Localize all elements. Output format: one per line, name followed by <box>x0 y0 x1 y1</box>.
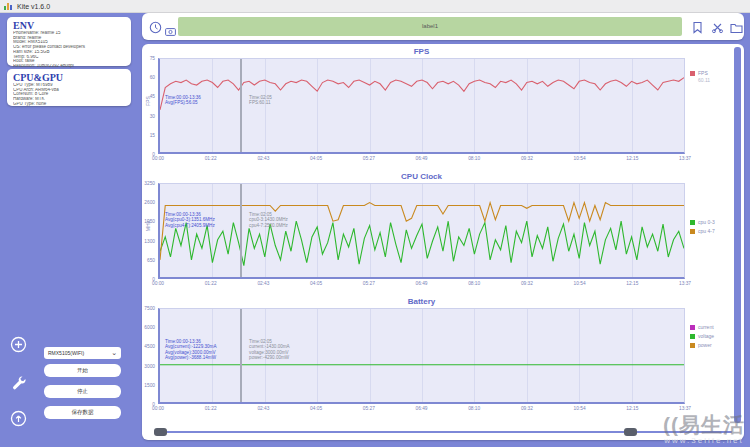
slider-track[interactable] <box>160 431 732 433</box>
x-tick-label: 02:43 <box>257 156 269 161</box>
app-icon <box>4 2 13 10</box>
x-axis: 00:0001:2202:4304:0505:2706:4908:1009:32… <box>158 406 685 414</box>
legend-swatch <box>690 220 695 225</box>
x-tick-label: 01:22 <box>205 156 217 161</box>
x-tick-label: 09:32 <box>521 156 533 161</box>
info-line: Resolution: 1080x2392 480dpi <box>13 64 125 69</box>
device-select-value: RMX5105(WIFI) <box>48 350 84 356</box>
y-tick-label: 6000 <box>144 325 155 330</box>
cursor-line <box>240 309 242 402</box>
chart-title: Battery <box>158 297 685 306</box>
x-tick-label: 05:27 <box>363 156 375 161</box>
tooltip-line: FPS:60.11 <box>249 100 272 105</box>
legend-swatch <box>690 343 695 348</box>
application-window: Kite v1.6.0 ENV PhoneName: realme 15Bran… <box>0 0 750 447</box>
window-title: Kite v1.6.0 <box>17 3 50 10</box>
legend-label: voltage <box>698 333 714 339</box>
slider-handle-right[interactable] <box>624 428 637 436</box>
x-axis: 00:0001:2202:4304:0505:2706:4908:1009:32… <box>158 281 685 289</box>
legend-item[interactable]: cpu 4-7 <box>690 228 734 234</box>
slider-handle-left[interactable] <box>154 428 167 436</box>
cpu-gpu-info-list: CPU Type: MT6989CPU Arch: ARM64-v8aCoreN… <box>13 83 125 107</box>
y-tick-label: 3250 <box>144 181 155 186</box>
start-button[interactable]: 开始 <box>44 364 121 377</box>
charts-panel: FPS FPS 75604530150 Time:00:00-13:36Avg(… <box>142 44 744 440</box>
y-tick-label: 1300 <box>144 238 155 243</box>
label-field[interactable]: label1 <box>178 17 682 36</box>
cursor-tooltip: Time:02:05current:-1430.00mAvoltage:3000… <box>249 339 290 361</box>
chart-legend: cpu 0-3cpu 4-7 <box>690 219 734 237</box>
y-axis: 32502600195013006500 <box>142 183 156 279</box>
time-range-slider <box>142 426 744 438</box>
legend-swatch <box>690 71 695 76</box>
y-tick-label: 75 <box>150 56 155 61</box>
x-tick-label: 06:49 <box>415 281 427 286</box>
vertical-scrollbar[interactable] <box>734 47 741 423</box>
y-tick-label: 4500 <box>144 344 155 349</box>
y-axis: 75604530150 <box>142 58 156 154</box>
y-tick-label: 1500 <box>144 382 155 387</box>
plot-area[interactable]: Time:00:00-13:36Avg(current):-1229.30mAA… <box>158 308 685 404</box>
cpu-clock-chart: CPU Clock MHz 32502600195013006500 Time:… <box>142 171 732 296</box>
cpu-gpu-panel-title: CPU&GPU <box>13 72 125 83</box>
x-tick-label: 08:10 <box>468 281 480 286</box>
legend-label: cpu 0-3 <box>698 219 715 225</box>
avg-tooltip: Time:00:00-13:36Avg(cpu0-3):1351.6MHzAvg… <box>165 212 215 228</box>
x-tick-label: 00:00 <box>152 281 164 286</box>
x-tick-label: 01:22 <box>205 281 217 286</box>
avg-tooltip: Time:00:00-13:36Avg(FPS):56.05 <box>165 95 201 106</box>
save-data-button[interactable]: 保存数据 <box>44 406 121 419</box>
plot-area[interactable]: Time:00:00-13:36Avg(cpu0-3):1351.6MHzAvg… <box>158 183 685 279</box>
legend-item[interactable]: FPS <box>690 70 734 76</box>
scissors-icon[interactable] <box>711 20 724 38</box>
stop-button[interactable]: 停止 <box>44 385 121 398</box>
legend-item[interactable]: current <box>690 324 734 330</box>
x-tick-label: 13:37 <box>679 406 691 411</box>
x-tick-label: 08:10 <box>468 156 480 161</box>
x-tick-label: 00:00 <box>152 156 164 161</box>
x-tick-label: 09:32 <box>521 281 533 286</box>
timer-icon[interactable] <box>149 20 162 38</box>
x-tick-label: 08:10 <box>468 406 480 411</box>
legend-swatch <box>690 229 695 234</box>
legend-swatch <box>690 325 695 330</box>
x-tick-label: 06:49 <box>415 156 427 161</box>
x-tick-label: 04:05 <box>310 406 322 411</box>
x-tick-label: 10:54 <box>574 281 586 286</box>
tooltip-line: Avg(FPS):56.05 <box>165 100 201 105</box>
x-tick-label: 09:32 <box>521 406 533 411</box>
cpu-gpu-panel: CPU&GPU CPU Type: MT6989CPU Arch: ARM64-… <box>7 69 131 106</box>
legend-item[interactable]: voltage <box>690 333 734 339</box>
x-tick-label: 05:27 <box>363 281 375 286</box>
settings-wrench-button[interactable] <box>10 374 27 391</box>
cursor-tooltip: Time:02:05FPS:60.11 <box>249 95 272 106</box>
x-tick-label: 02:43 <box>257 281 269 286</box>
add-device-button[interactable] <box>10 336 27 353</box>
y-tick-label: 15 <box>150 132 155 137</box>
env-panel: ENV PhoneName: realme 15Brand: realmeMod… <box>7 17 131 66</box>
cursor-tooltip: Time:02:05cpu0-3:1430.0MHzcpu4-7:2500.0M… <box>249 212 288 228</box>
y-tick-label: 7500 <box>144 306 155 311</box>
export-folder-icon[interactable] <box>730 20 743 38</box>
x-tick-label: 05:27 <box>363 406 375 411</box>
tooltip-line: power:-4290.00mW <box>249 355 290 360</box>
legend-item[interactable]: cpu 0-3 <box>690 219 734 225</box>
legend-swatch <box>690 334 695 339</box>
env-info-list: PhoneName: realme 15Brand: realmeModel: … <box>13 31 125 69</box>
legend-value: 60.11 <box>698 77 734 83</box>
env-panel-title: ENV <box>13 20 125 31</box>
x-tick-label: 13:37 <box>679 281 691 286</box>
y-tick-label: 2600 <box>144 200 155 205</box>
x-tick-label: 02:43 <box>257 406 269 411</box>
y-tick-label: 60 <box>150 75 155 80</box>
plot-area[interactable]: Time:00:00-13:36Avg(FPS):56.05Time:02:05… <box>158 58 685 154</box>
y-tick-label: 30 <box>150 113 155 118</box>
x-tick-label: 12:15 <box>626 406 638 411</box>
legend-item[interactable]: power <box>690 342 734 348</box>
bookmark-icon[interactable] <box>692 20 703 38</box>
screenshot-icon[interactable] <box>165 22 176 40</box>
tooltip-line: Avg(power):-3688.14mW <box>165 355 217 360</box>
device-select[interactable]: RMX5105(WIFI) ⌄ <box>44 347 121 359</box>
cloud-upload-button[interactable] <box>10 410 27 427</box>
cursor-line <box>240 184 242 277</box>
